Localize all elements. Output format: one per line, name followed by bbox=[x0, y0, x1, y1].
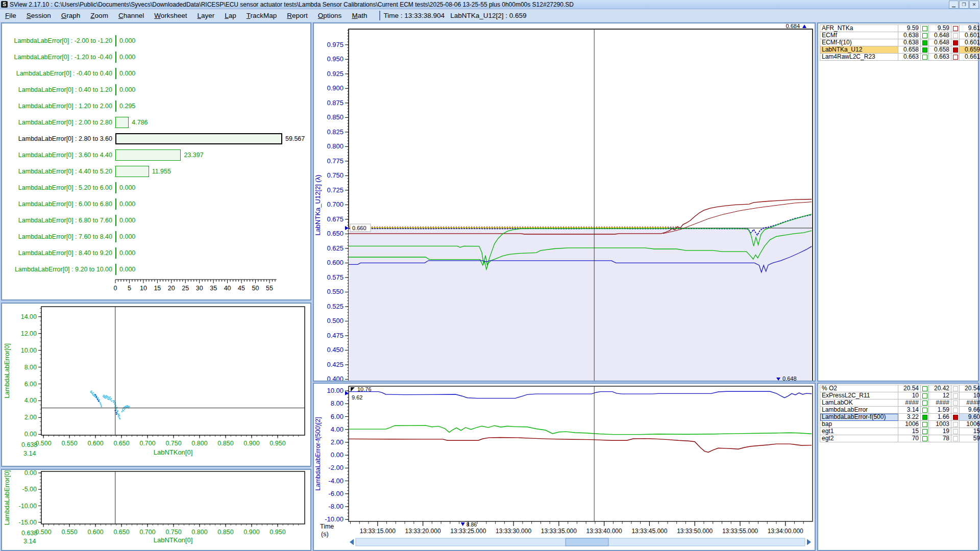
menu-item-file[interactable]: File bbox=[0, 11, 21, 20]
channel-color-indicator-icon bbox=[953, 408, 958, 413]
channel-row-lamlabok[interactable]: LamLabOK############ bbox=[820, 399, 980, 407]
channel-row-lambdalaberror-f-500-[interactable]: LambdaLabError-f(500)3.221.669.60 bbox=[820, 414, 980, 421]
channel-row-egt2[interactable]: egt2707859 bbox=[820, 435, 980, 442]
histogram-row[interactable]: LambdaLabError[0] : -1.20 to -0.400.000 bbox=[2, 51, 310, 63]
histogram-row[interactable]: LambdaLabError[0] : 6.00 to 6.800.000 bbox=[2, 198, 310, 210]
histogram-row[interactable]: LambdaLabError[0] : 9.20 to 10.000.000 bbox=[2, 263, 310, 276]
histogram-row[interactable]: LambdaLabError[0] : 2.00 to 2.804.786 bbox=[2, 116, 310, 129]
channel-row-lam4rawl2c-r23[interactable]: Lam4RawL2C_R230.6630.6630.661 bbox=[820, 54, 980, 61]
histogram-bin-label: LambdaLabError[0] : 4.40 to 5.20 bbox=[4, 168, 112, 175]
close-button[interactable]: ✕ bbox=[969, 1, 979, 9]
menu-item-options[interactable]: Options bbox=[313, 11, 347, 20]
main-time-chart-panel[interactable]: 0.9750.9500.9250.9000.8750.8500.8250.800… bbox=[313, 22, 816, 382]
histogram-row[interactable]: LambdaLabError[0] : 2.80 to 3.6059.567 bbox=[2, 133, 310, 145]
channel-value: 3.14 bbox=[898, 407, 921, 414]
channel-name[interactable]: egt2 bbox=[820, 435, 898, 442]
svg-text:6.00: 6.00 bbox=[331, 413, 344, 420]
menu-item-channel[interactable]: Channel bbox=[113, 11, 149, 20]
menu-item-math[interactable]: Math bbox=[347, 11, 372, 20]
histogram-row[interactable]: LambdaLabError[0] : -0.40 to 0.400.000 bbox=[2, 67, 310, 80]
menu-item-lap[interactable]: Lap bbox=[219, 11, 241, 20]
minimize-button[interactable]: ▁ bbox=[949, 1, 959, 9]
menu-item-trackmap[interactable]: TrackMap bbox=[241, 11, 282, 20]
menu-item-graph[interactable]: Graph bbox=[56, 11, 86, 20]
histogram-row[interactable]: LambdaLabError[0] : 4.40 to 5.2011.955 bbox=[2, 165, 310, 178]
channel-indicator-cell bbox=[921, 407, 929, 414]
channel-indicator-cell bbox=[951, 54, 960, 61]
channel-row-afr-ntka[interactable]: AFR_NTKa9.599.599.61 bbox=[820, 25, 980, 32]
channel-name[interactable]: LamLabOK bbox=[820, 399, 898, 407]
channel-name[interactable]: LabNTKa_U12 bbox=[820, 46, 898, 54]
histogram-row[interactable]: LambdaLabError[0] : 1.20 to 2.000.295 bbox=[2, 100, 310, 112]
channel-name[interactable]: LambdaLabError bbox=[820, 407, 898, 414]
histogram-bar bbox=[115, 182, 116, 193]
scatter-plot-area[interactable] bbox=[41, 471, 305, 524]
histogram-row[interactable]: LambdaLabError[0] : 0.40 to 1.200.000 bbox=[2, 84, 310, 96]
histogram-row[interactable]: LambdaLabError[0] : 8.40 to 9.200.000 bbox=[2, 247, 310, 259]
time-tick-label: 13:33:35.000 bbox=[541, 528, 577, 535]
channel-values-bottom-panel: % O220.5420.4220.54ExPressL2C_R11101210L… bbox=[817, 383, 979, 551]
menu-item-zoom[interactable]: Zoom bbox=[85, 11, 113, 20]
scatter-plot-1-panel[interactable]: 0.002.004.006.008.0010.0012.0014.000.500… bbox=[1, 303, 311, 467]
svg-text:0.850: 0.850 bbox=[217, 529, 233, 536]
channel-name[interactable]: egt1 bbox=[820, 428, 898, 435]
menu-item-layer[interactable]: Layer bbox=[192, 11, 219, 20]
svg-text:0.550: 0.550 bbox=[61, 440, 77, 447]
channel-row--o2[interactable]: % O220.5420.4220.54 bbox=[820, 385, 980, 392]
channel-name[interactable]: LambdaLabError-f(500) bbox=[820, 414, 898, 421]
channel-row-bap[interactable]: bap100610031006 bbox=[820, 421, 980, 428]
channel-value: 1.59 bbox=[929, 407, 951, 414]
scrollbar-left-arrow-icon[interactable] bbox=[350, 539, 354, 545]
channel-row-expressl2c-r11[interactable]: ExPressL2C_R11101210 bbox=[820, 392, 980, 399]
channel-name[interactable]: AFR_NTKa bbox=[820, 25, 898, 32]
channel-indicator-cell bbox=[921, 54, 929, 61]
histogram-row[interactable]: LambdaLabError[0] : 3.60 to 4.4023.397 bbox=[2, 149, 310, 161]
bottom-chart-plot-area[interactable] bbox=[349, 386, 813, 521]
svg-text:0.500: 0.500 bbox=[35, 440, 51, 447]
histogram-bin-label: LambdaLabError[0] : 6.80 to 7.60 bbox=[4, 217, 112, 224]
channel-name[interactable]: Lam4RawL2C_R23 bbox=[820, 54, 898, 61]
channel-row-labntka-u12[interactable]: LabNTKa_U120.6580.6580.659 bbox=[820, 46, 980, 54]
svg-text:0.750: 0.750 bbox=[327, 171, 344, 179]
maximize-button[interactable]: ❐ bbox=[959, 1, 969, 9]
channel-name[interactable]: ECMf bbox=[820, 32, 898, 39]
channel-name[interactable]: % O2 bbox=[820, 385, 898, 392]
svg-text:-8.00: -8.00 bbox=[328, 503, 344, 510]
channel-row-ecmf-f-10-[interactable]: ECMf-f(10)0.6380.6480.601 bbox=[820, 39, 980, 46]
svg-text:0.850: 0.850 bbox=[217, 440, 233, 447]
channel-color-indicator-icon bbox=[953, 40, 958, 45]
histogram-row[interactable]: LambdaLabError[0] : -2.00 to -1.200.000 bbox=[2, 35, 310, 47]
histogram-bin-value: 0.000 bbox=[119, 249, 135, 257]
channel-row-ecmf[interactable]: ECMf0.6380.6480.601 bbox=[820, 32, 980, 39]
menu-item-session[interactable]: Session bbox=[21, 11, 56, 20]
histogram-bin-value: 0.000 bbox=[119, 184, 135, 191]
svg-text:0.00: 0.00 bbox=[24, 431, 37, 438]
scatter-plot-2-panel[interactable]: 0.00-5.00-10.00-15.000.5000.5500.6000.65… bbox=[1, 469, 311, 551]
menu-item-report[interactable]: Report bbox=[282, 11, 313, 20]
channel-value: 0.663 bbox=[898, 54, 921, 61]
scrollbar-right-arrow-icon[interactable] bbox=[807, 539, 811, 545]
channel-value: 59 bbox=[960, 435, 980, 442]
channel-indicator-cell bbox=[921, 421, 929, 428]
channel-name[interactable]: ECMf-f(10) bbox=[820, 39, 898, 46]
channel-value: 0.638 bbox=[898, 32, 921, 39]
channel-indicator-cell bbox=[921, 399, 929, 407]
channel-name[interactable]: bap bbox=[820, 421, 898, 428]
menu-item-worksheet[interactable]: Worksheet bbox=[149, 11, 192, 20]
histogram-row[interactable]: LambdaLabError[0] : 5.20 to 6.000.000 bbox=[2, 182, 310, 194]
channel-row-lambdalaberror[interactable]: LambdaLabError3.141.599.66 bbox=[820, 407, 980, 414]
bottom-time-chart-panel[interactable]: 10.008.006.004.002.000.00-2.00-4.00-6.00… bbox=[313, 383, 816, 551]
time-scrollbar-thumb[interactable] bbox=[566, 538, 608, 546]
histogram-row[interactable]: LambdaLabError[0] : 6.80 to 7.600.000 bbox=[2, 214, 310, 227]
current-value-marker-icon bbox=[345, 391, 349, 395]
channel-indicator-cell bbox=[921, 25, 929, 32]
channel-row-egt1[interactable]: egt1151915 bbox=[820, 428, 980, 435]
scatter-plot-area[interactable] bbox=[41, 307, 305, 435]
histogram-bar bbox=[115, 231, 116, 242]
channel-color-indicator-icon bbox=[953, 55, 958, 60]
histogram-row[interactable]: LambdaLabError[0] : 7.60 to 8.400.000 bbox=[2, 231, 310, 243]
svg-text:0.600: 0.600 bbox=[87, 440, 103, 447]
channel-value: 9.61 bbox=[960, 25, 980, 32]
channel-name[interactable]: ExPressL2C_R11 bbox=[820, 392, 898, 399]
svg-text:0.600: 0.600 bbox=[87, 529, 103, 536]
